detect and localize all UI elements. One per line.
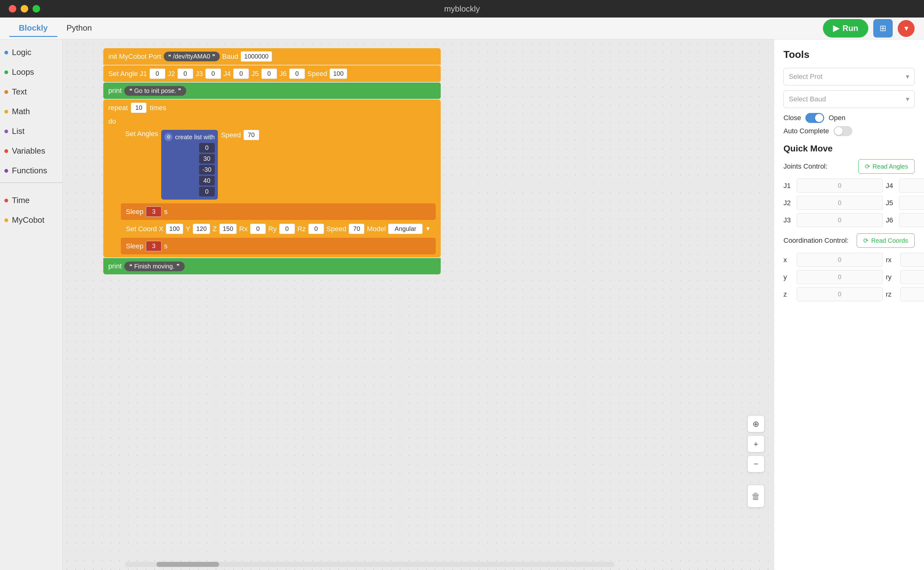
coords-control-label: Coordination Control: [783,236,849,245]
print-block-2[interactable]: print Finish moving. [103,258,441,274]
init-port-block[interactable]: init MyCobot Port /dev/ttyAMA0 Baud 1000… [103,48,441,65]
list-val-2[interactable]: -30 [199,165,215,175]
y-input[interactable]: 120 [193,224,210,234]
dropdown-button[interactable]: ▾ [898,20,915,37]
rz-input[interactable]: 0 [308,224,324,234]
sidebar-item-list[interactable]: List [0,121,62,141]
read-coords-button[interactable]: ⟳ Read Coords [857,233,915,248]
set-coord-block[interactable]: Set Coord X 100 Y 120 Z 150 Rx 0 Ry 0 Rz… [121,221,436,237]
auto-complete-toggle[interactable] [833,126,852,136]
print-text-2[interactable]: Finish moving. [124,262,185,271]
list-val-0[interactable]: 0 [199,143,215,153]
sidebar-item-logic[interactable]: Logic [0,43,62,62]
minimize-window-button[interactable] [21,5,28,12]
horizontal-scrollbar[interactable] [125,562,614,567]
repeat-times-input[interactable]: 10 [131,103,146,113]
sleep-input-2[interactable]: 3 [146,241,161,251]
init-port-label: init MyCobot Port [108,52,161,61]
math-dot [5,110,8,113]
sidebar-item-time[interactable]: Time [0,190,62,210]
canvas-controls: ⊕ + − 🗑 [747,415,764,507]
j1-joint-label: J1 [783,182,794,190]
x-coord-input[interactable] [797,253,883,267]
select-baud-chevron: ▾ [906,95,909,103]
sidebar-item-text[interactable]: Text [0,82,62,102]
print-block-1[interactable]: print Go to init pose. [103,83,441,99]
tab-python[interactable]: Python [57,20,101,37]
sleep-block-1[interactable]: Sleep 3 s [121,203,436,220]
print-text-1[interactable]: Go to init pose. [124,86,187,96]
functions-dot [5,169,8,173]
speed-input-2[interactable]: 70 [244,130,259,140]
sidebar-item-math[interactable]: Math [0,102,62,121]
select-port[interactable]: Select Prot ▾ [783,68,915,86]
close-open-toggle[interactable] [805,113,824,123]
speed-input-3[interactable]: 70 [349,224,364,234]
j3-joint-input[interactable] [797,213,883,227]
canvas-area[interactable]: init MyCobot Port /dev/ttyAMA0 Baud 1000… [63,40,774,570]
rz-coord-input[interactable] [900,287,924,301]
j6-input[interactable]: 0 [289,69,305,79]
maximize-window-button[interactable] [32,5,40,12]
sidebar-item-variables[interactable]: Variables [0,141,62,161]
j1-input[interactable]: 0 [150,69,165,79]
joints-control-label: Joints Control: [783,162,827,170]
ry-coord-row: ry [886,270,924,284]
j1-joint-input[interactable] [797,179,883,193]
tab-blockly[interactable]: Blockly [9,20,57,37]
sleep-input-1[interactable]: 3 [146,207,161,217]
j4-input[interactable]: 0 [233,69,249,79]
rz-coord-label: rz [886,290,897,299]
set-angle-block[interactable]: Set Angle J1 0 J2 0 J3 0 J4 0 J5 0 J6 0 … [103,65,441,82]
grid-button[interactable]: ⊞ [873,19,893,38]
coords-grid: x rx y ry z rz [783,253,915,301]
ry-input[interactable]: 0 [279,224,295,234]
j2-joint-input[interactable] [797,196,883,210]
read-coords-icon: ⟳ [863,237,869,244]
z-coord-input[interactable] [797,287,883,301]
close-window-button[interactable] [9,5,16,12]
rx-label: Rx [239,225,247,233]
sleep-block-2[interactable]: Sleep 3 s [121,238,436,254]
scrollbar-thumb[interactable] [157,562,219,567]
sidebar-item-mycobot[interactable]: MyCobot [0,210,62,230]
j4-joint-input[interactable] [899,179,924,193]
j5-input[interactable]: 0 [261,69,277,79]
speed-label-3: Speed [327,225,347,233]
rx-coord-input[interactable] [900,253,924,267]
zoom-out-button[interactable]: − [747,455,764,472]
j2-input[interactable]: 0 [178,69,193,79]
zoom-in-button[interactable]: + [747,435,764,452]
list-val-1[interactable]: 30 [199,154,215,164]
x-coord-row: x [783,253,883,267]
port-value[interactable]: /dev/ttyAMA0 [164,52,220,61]
crosshair-button[interactable]: ⊕ [747,415,764,432]
rx-input[interactable]: 0 [250,224,266,234]
j4-label: J4 [224,70,231,78]
list-val-4[interactable]: 0 [199,187,215,196]
model-input[interactable]: Angular [388,224,422,234]
toggle-knob [815,114,823,122]
set-angles-inner[interactable]: Set Angles ⚙ create list with 0 30 [121,127,436,203]
y-label: Y [186,225,190,233]
list-val-3[interactable]: 40 [199,176,215,185]
read-angles-button[interactable]: ⟳ Read Angles [858,159,915,174]
j5-joint-input[interactable] [899,196,924,210]
speed-input[interactable]: 100 [330,69,347,79]
x-input[interactable]: 100 [166,224,183,234]
close-label: Close [783,114,801,122]
z-input[interactable]: 150 [219,224,236,234]
select-baud[interactable]: Select Baud ▾ [783,90,915,108]
trash-button[interactable]: 🗑 [747,485,764,507]
repeat-block[interactable]: repeat 10 times do Set Angles [103,100,441,257]
y-coord-input[interactable] [797,270,883,284]
run-button[interactable]: ▶ Run [823,19,868,38]
baud-input[interactable]: 1000000 [241,51,272,61]
j3-input[interactable]: 0 [205,69,221,79]
window-controls [9,5,40,12]
create-list-block[interactable]: ⚙ create list with 0 30 -30 40 0 [161,130,218,199]
sidebar-item-functions[interactable]: Functions [0,161,62,181]
j6-joint-input[interactable] [899,213,924,227]
sidebar-item-loops[interactable]: Loops [0,62,62,82]
ry-coord-input[interactable] [900,270,924,284]
